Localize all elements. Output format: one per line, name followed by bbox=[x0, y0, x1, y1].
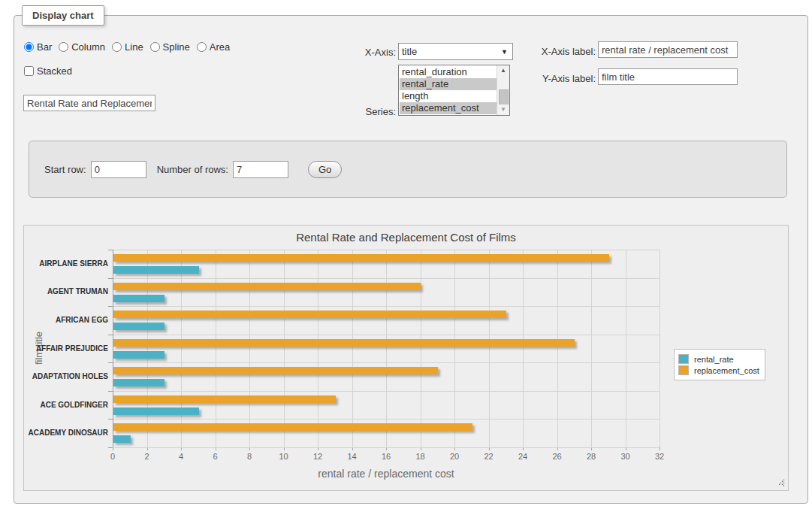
gridline bbox=[147, 250, 148, 447]
gridline bbox=[249, 250, 250, 447]
gridline bbox=[626, 250, 626, 447]
stacked-checkbox-row[interactable]: Stacked bbox=[24, 65, 72, 77]
stacked-checkbox[interactable] bbox=[24, 66, 34, 76]
gridline bbox=[113, 335, 660, 335]
chart-type-radio-area[interactable] bbox=[197, 42, 207, 52]
chart-type-option-column[interactable]: Column bbox=[59, 41, 105, 53]
series-option[interactable]: rental_duration bbox=[400, 66, 497, 78]
chart-type-label: Area bbox=[210, 41, 230, 53]
x-axis-caption-input[interactable] bbox=[598, 41, 738, 58]
x-tick-label: 20 bbox=[439, 452, 469, 461]
number-of-rows-input[interactable] bbox=[233, 161, 288, 178]
gridline bbox=[489, 250, 490, 447]
fieldset-legend: Display chart bbox=[22, 5, 104, 26]
gridline bbox=[113, 306, 660, 307]
gridline bbox=[660, 250, 660, 447]
bar-rental_rate bbox=[113, 407, 199, 415]
display-chart-fieldset: Display chart BarColumnLineSplineArea St… bbox=[14, 15, 808, 504]
y-axis-line bbox=[113, 250, 113, 447]
x-axis-tick bbox=[660, 447, 660, 450]
page: Display chart BarColumnLineSplineArea St… bbox=[0, 0, 812, 512]
y-axis-caption-label: Y-Axis label: bbox=[519, 73, 596, 84]
bar-replacement_cost bbox=[113, 254, 609, 262]
chart-type-label: Bar bbox=[37, 41, 52, 53]
x-axis-caption-label: X-Axis label: bbox=[519, 46, 596, 57]
x-tick-label: 22 bbox=[474, 452, 504, 461]
gridline bbox=[113, 391, 660, 392]
x-axis-select-label: X-Axis: bbox=[337, 47, 396, 58]
gridline bbox=[216, 250, 216, 447]
resize-grip-icon[interactable] bbox=[776, 477, 785, 486]
bar-rental_rate bbox=[113, 295, 165, 302]
start-row-input[interactable] bbox=[91, 161, 146, 178]
x-tick-label: 0 bbox=[98, 452, 128, 461]
go-button[interactable]: Go bbox=[308, 161, 342, 178]
gridline bbox=[284, 250, 285, 447]
category-label: ACE GOLDFINGER bbox=[24, 401, 108, 409]
y-axis-tick bbox=[108, 447, 113, 448]
x-tick-label: 30 bbox=[611, 452, 641, 461]
category-label: AGENT TRUMAN bbox=[24, 287, 108, 295]
chart-container: Rental Rate and Replacement Cost of Film… bbox=[23, 225, 789, 491]
number-of-rows-label: Number of rows: bbox=[157, 164, 228, 175]
x-tick-label: 2 bbox=[132, 452, 162, 461]
legend-swatch bbox=[678, 365, 689, 375]
chart-type-radio-line[interactable] bbox=[112, 42, 122, 52]
gridline bbox=[591, 250, 592, 447]
scroll-up-icon[interactable]: ▲ bbox=[497, 65, 509, 76]
x-axis-selected-value: title bbox=[402, 46, 501, 57]
chart-type-radio-spline[interactable] bbox=[150, 42, 160, 52]
gridline bbox=[318, 250, 318, 447]
chart-type-radio-column[interactable] bbox=[59, 42, 68, 52]
gridline bbox=[386, 250, 387, 447]
series-scrollbar[interactable]: ▲ ▼ bbox=[497, 65, 509, 115]
x-tick-label: 10 bbox=[269, 452, 299, 461]
bar-replacement_cost bbox=[113, 423, 472, 431]
gridline bbox=[523, 250, 524, 447]
series-select-label: Series: bbox=[337, 106, 396, 117]
chart-legend: rental_ratereplacement_cost bbox=[674, 349, 765, 380]
chart-type-option-spline[interactable]: Spline bbox=[150, 41, 190, 53]
gridline bbox=[421, 250, 421, 447]
y-axis-caption-input[interactable] bbox=[598, 68, 738, 85]
series-option[interactable]: replacement_cost bbox=[400, 102, 497, 114]
series-option[interactable]: length bbox=[400, 90, 497, 102]
chart-type-radio-group: BarColumnLineSplineArea bbox=[24, 41, 237, 53]
chart-type-option-area[interactable]: Area bbox=[197, 41, 230, 53]
stacked-label: Stacked bbox=[37, 65, 72, 77]
row-range-panel: Start row: Number of rows: Go bbox=[29, 141, 787, 198]
x-tick-label: 32 bbox=[644, 452, 675, 461]
gridline bbox=[113, 278, 660, 279]
category-label: AIRPLANE SIERRA bbox=[24, 259, 108, 268]
gridline bbox=[113, 362, 660, 363]
category-label: ADAPTATION HOLES bbox=[24, 372, 108, 380]
chart-type-label: Column bbox=[71, 41, 105, 53]
bar-replacement_cost bbox=[113, 395, 336, 403]
dropdown-arrow-icon: ▼ bbox=[501, 48, 509, 56]
bar-rental_rate bbox=[113, 435, 131, 443]
scroll-down-icon[interactable]: ▼ bbox=[497, 105, 509, 115]
legend-label: rental_rate bbox=[694, 355, 734, 364]
gridline bbox=[454, 250, 455, 447]
bar-rental_rate bbox=[113, 351, 165, 359]
chart-type-option-line[interactable]: Line bbox=[112, 41, 143, 53]
x-axis-select[interactable]: title ▼ bbox=[398, 43, 513, 60]
chart-type-option-bar[interactable]: Bar bbox=[24, 41, 52, 53]
x-tick-label: 4 bbox=[166, 452, 196, 461]
legend-entry-replacement_cost: replacement_cost bbox=[678, 365, 759, 375]
chart-type-radio-bar[interactable] bbox=[24, 42, 34, 52]
category-label: ACADEMY DINOSAUR bbox=[24, 429, 108, 437]
gridline bbox=[113, 447, 660, 448]
series-listbox[interactable]: rental_durationrental_ratelengthreplacem… bbox=[398, 65, 510, 116]
legend-entry-rental_rate: rental_rate bbox=[678, 354, 759, 364]
legend-swatch bbox=[678, 354, 689, 364]
category-label: AFRICAN EGG bbox=[24, 316, 108, 324]
series-option[interactable]: rental_rate bbox=[400, 78, 497, 90]
x-tick-label: 18 bbox=[406, 452, 436, 461]
x-tick-label: 26 bbox=[542, 452, 572, 461]
chart-type-label: Spline bbox=[163, 41, 190, 53]
gridline bbox=[181, 250, 182, 447]
chart-title-input[interactable] bbox=[23, 95, 155, 111]
gridline bbox=[113, 250, 660, 250]
bar-replacement_cost bbox=[113, 367, 438, 374]
